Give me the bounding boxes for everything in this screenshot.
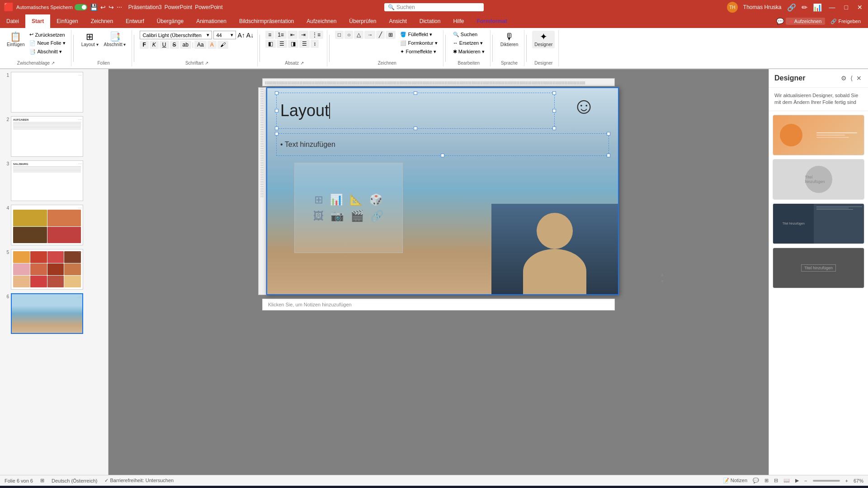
handle-mr[interactable]: [552, 109, 556, 113]
media-icon-photo[interactable]: 📷: [330, 210, 344, 222]
view-normal-btn[interactable]: ⊞: [764, 478, 769, 483]
bullet-list-button[interactable]: ≡: [265, 31, 274, 39]
icon-share[interactable]: 🔗: [787, 3, 796, 12]
save-icon[interactable]: 💾: [90, 4, 98, 11]
align-right-button[interactable]: ◨: [288, 40, 298, 48]
handle-tr[interactable]: [552, 91, 556, 95]
shape-line[interactable]: ╱: [376, 31, 385, 39]
tab-einfuegen[interactable]: Einfügen: [50, 14, 84, 28]
search-box[interactable]: 🔍 Suchen: [384, 3, 484, 11]
font-color-button[interactable]: A: [208, 41, 217, 49]
zoom-slider[interactable]: [813, 480, 840, 482]
btn-formeffekte[interactable]: ✦ Formeffekte ▾: [398, 48, 439, 56]
media-icon-link[interactable]: 🔗: [370, 210, 384, 222]
cb-handle-br[interactable]: [607, 154, 610, 157]
handle-bm[interactable]: [414, 127, 417, 130]
btn-neue-folie[interactable]: 📄 Neue Folie ▾: [28, 39, 67, 47]
design-card-2[interactable]: Titel hinzufügen: [773, 159, 864, 200]
media-icon-smartart[interactable]: 📐: [349, 193, 363, 206]
shape-rect[interactable]: □: [335, 31, 344, 39]
font-decrease-icon[interactable]: A↓: [246, 32, 254, 39]
align-left-button[interactable]: ◧: [265, 40, 276, 48]
scroll-up-arrow[interactable]: ▲: [660, 272, 665, 277]
design-card-3[interactable]: Titel hinzufügen: [773, 203, 864, 244]
bold-button[interactable]: F: [140, 41, 148, 49]
icon-pen[interactable]: ✏: [802, 3, 807, 12]
scroll-down-arrow[interactable]: ▼: [660, 279, 665, 284]
strikethrough-button[interactable]: S: [170, 41, 179, 49]
comment-icon[interactable]: 💬: [776, 18, 784, 25]
slide-thumb-1[interactable]: 1 ⋯: [2, 71, 106, 113]
comments-btn[interactable]: 💬: [753, 478, 759, 483]
tab-aufzeichnen[interactable]: Aufzeichnen: [300, 14, 343, 28]
shape-tri[interactable]: △: [354, 31, 363, 39]
tab-entwurf[interactable]: Entwurf: [119, 14, 151, 28]
slide-thumb-6[interactable]: 6 ⋯: [2, 292, 106, 335]
italic-button[interactable]: K: [150, 41, 159, 49]
btn-diktieren[interactable]: 🎙 Diktieren: [498, 31, 520, 48]
font-increase-icon[interactable]: A↑: [237, 32, 245, 39]
slide-thumb-3[interactable]: 3 SALZBURG ⋯: [2, 160, 106, 202]
tab-start[interactable]: Start: [25, 14, 50, 28]
media-icon-video[interactable]: 🎬: [350, 210, 364, 222]
tab-ansicht[interactable]: Ansicht: [382, 14, 413, 28]
justify-button[interactable]: ☰: [299, 40, 310, 48]
slide-thumb-4[interactable]: 4 ⋯: [2, 204, 106, 246]
btn-designer[interactable]: ✦ Designer: [532, 31, 555, 48]
media-icon-3d[interactable]: 🎲: [369, 193, 383, 206]
minimize-btn[interactable]: —: [827, 4, 837, 11]
share-button[interactable]: 🔗 Freigeben: [827, 18, 864, 25]
btn-suchen[interactable]: 🔍 Suchen: [451, 31, 486, 38]
maximize-btn[interactable]: □: [843, 4, 850, 11]
tab-datei[interactable]: Datei: [0, 14, 25, 28]
tab-ueberpruefen[interactable]: Überprüfen: [343, 14, 382, 28]
btn-fuelleffekt[interactable]: 🪣 Fülleffekt ▾: [398, 31, 439, 38]
media-icon-image[interactable]: 🖼: [313, 210, 324, 222]
autosave-switch[interactable]: [75, 4, 87, 10]
designer-collapse-icon[interactable]: ⟨: [849, 74, 854, 83]
designer-settings-icon[interactable]: ⚙: [840, 74, 848, 83]
shadow-button[interactable]: ab: [180, 41, 191, 49]
record-button[interactable]: ● Aufzeichnen: [786, 18, 825, 25]
btn-formkontur[interactable]: ⬜ Formkontur ▾: [398, 39, 439, 47]
design-card-4[interactable]: Titel hinzufügen: [773, 248, 864, 288]
handle-tm[interactable]: [414, 91, 417, 95]
slide-canvas[interactable]: ⟳ Layout ☺: [266, 87, 619, 295]
tab-bildschirm[interactable]: Bildschirmpräsentation: [233, 14, 300, 28]
btn-ersetzen[interactable]: ↔ Ersetzen ▾: [451, 39, 486, 47]
slide-thumb-5[interactable]: 5 ⋯: [2, 248, 106, 291]
notes-btn[interactable]: 📝 Notizen: [723, 478, 747, 483]
more-icon[interactable]: ⋯: [117, 4, 122, 10]
tab-hilfe[interactable]: Hilfe: [447, 14, 470, 28]
view-reading-btn[interactable]: 📖: [783, 478, 790, 483]
tab-dictation[interactable]: Dictation: [413, 14, 447, 28]
media-icon-table[interactable]: ⊞: [314, 193, 323, 206]
undo-icon[interactable]: ↩: [100, 4, 106, 11]
redo-icon[interactable]: ↪: [108, 4, 114, 11]
shape-arrow[interactable]: →: [364, 31, 375, 39]
notes-area[interactable]: Klicken Sie, um Notizen hinzuzufügen: [262, 299, 615, 310]
indent-dec-button[interactable]: ⇤: [288, 31, 297, 39]
align-center-button[interactable]: ☰: [277, 40, 287, 48]
emoji-face[interactable]: ☺: [572, 93, 595, 119]
rotate-handle[interactable]: ⟳: [411, 87, 420, 89]
highlight-button[interactable]: 🖌: [217, 41, 228, 49]
cb-handle-bm[interactable]: [441, 154, 444, 157]
tab-formformat[interactable]: Formformat: [470, 14, 513, 28]
media-icon-chart[interactable]: 📊: [330, 193, 343, 206]
btn-abschnitt2[interactable]: 📑 Abschnitt ▾: [102, 31, 128, 48]
cb-handle-tl[interactable]: [275, 132, 278, 136]
design-card-1[interactable]: [773, 115, 864, 155]
handle-br[interactable]: [552, 127, 556, 130]
font-name-selector[interactable]: Calibri Light (Überschriften ▾: [140, 31, 212, 39]
tab-animationen[interactable]: Animationen: [190, 14, 233, 28]
zoom-in-btn[interactable]: +: [845, 478, 848, 483]
font-size-selector[interactable]: 44 ▾: [213, 31, 236, 39]
autosave-toggle[interactable]: Automatisches Speichern: [16, 4, 87, 10]
btn-einfuegen[interactable]: 📋 Einfügen: [5, 31, 27, 48]
char-spacing-button[interactable]: Aa: [194, 41, 207, 49]
handle-ml[interactable]: [275, 109, 278, 113]
tab-uebergaenge[interactable]: Übergänge: [151, 14, 190, 28]
btn-abschnitt[interactable]: 📑 Abschnitt ▾: [28, 48, 67, 56]
slide-thumb-2[interactable]: 2 AUFGABEN ⋯: [2, 115, 106, 158]
